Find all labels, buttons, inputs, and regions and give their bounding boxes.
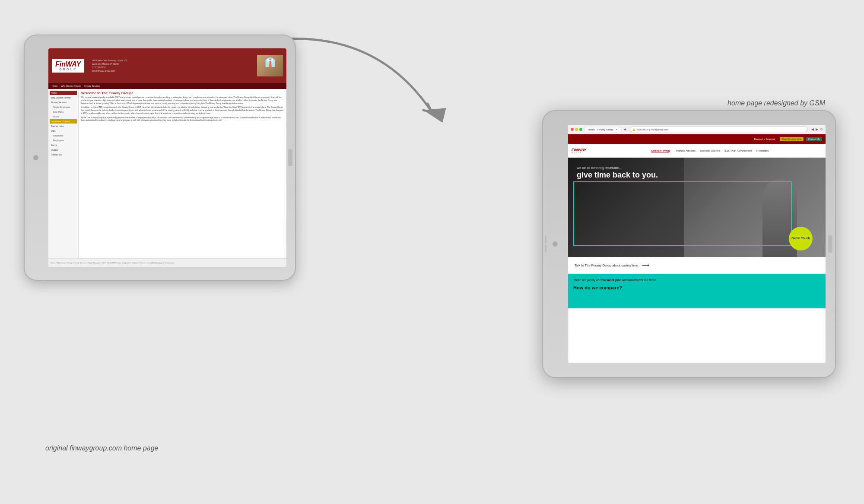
- nav-item-choose-finway[interactable]: Choose Finway: [651, 149, 670, 152]
- tablet-redesigned-camera: [553, 241, 558, 247]
- tablet-original-camera: [33, 155, 38, 160]
- tablet-redesigned-home-button[interactable]: [828, 235, 832, 253]
- new-topbar: Request a Proposal Plan Sponsor Link Con…: [568, 134, 826, 144]
- old-nav-home[interactable]: Home: [52, 85, 57, 87]
- old-body-para2: In addition to typical TPA competitive w…: [81, 106, 284, 115]
- browser-close-btn[interactable]: [571, 128, 574, 131]
- plan-sponsor-link-button[interactable]: Plan Sponsor Link: [780, 137, 804, 141]
- browser-tab-x[interactable]: ×: [616, 128, 617, 131]
- sidebar-item-partner[interactable]: Partner Links: [50, 124, 77, 128]
- sidebar-item-solo[interactable]: Solo Plans: [50, 110, 77, 114]
- sidebar-item-single[interactable]: Single Employers: [50, 105, 77, 109]
- browser-bar: Home - Finway Group × + 🔒 Not secure | f…: [568, 125, 826, 134]
- old-content: Welcome to The Finway Group! Our company…: [79, 89, 286, 258]
- hero-pre-heading: We can do something remarkable—: [577, 166, 658, 169]
- old-website: FinWAY GROUP 5625 Mills Civic Parkway • …: [48, 48, 286, 267]
- new-logo-sub: GROUP: [572, 151, 591, 153]
- browser-forward-icon[interactable]: ▶: [816, 127, 818, 131]
- tablet-redesigned-screen: Home - Finway Group × + 🔒 Not secure | f…: [568, 125, 826, 363]
- old-nav-bar: Home Why Choose Finway Finway Services: [48, 83, 286, 89]
- sidebar-item-forms[interactable]: Forms: [50, 143, 77, 147]
- old-logo-text: FinWAY: [55, 61, 81, 68]
- sidebar-item-employers[interactable]: Employers: [50, 133, 77, 138]
- label-original: original finwaygroup.com home page: [45, 444, 158, 452]
- nav-item-resources[interactable]: Resources: [756, 149, 769, 152]
- new-tab-button[interactable]: +: [624, 127, 626, 132]
- old-header-photo: [257, 55, 283, 76]
- old-nav-why[interactable]: Why Choose Finway: [61, 85, 81, 87]
- sidebar-item-quotes[interactable]: Quotes: [50, 148, 77, 152]
- sidebar-item-qa[interactable]: Q&A: [50, 129, 77, 133]
- new-nav: FINWAY GROUP Choose Finway Financial Adv…: [568, 144, 826, 158]
- old-main-heading: Welcome to The Finway Group!: [81, 91, 284, 95]
- old-contact-info: 5625 Mills Civic Parkway • Suite 101 Wes…: [92, 59, 127, 73]
- tablet-redesigned-body: Home - Finway Group × + 🔒 Not secure | f…: [542, 110, 836, 378]
- new-hero-section: We can do something remarkable— give tim…: [568, 158, 826, 257]
- nav-item-316[interactable]: 3(16) Plan Administrator: [724, 149, 752, 152]
- request-proposal-button[interactable]: Request a Proposal: [752, 137, 777, 141]
- volume-buttons: [545, 235, 546, 253]
- browser-window-controls: [571, 128, 582, 131]
- old-footer: Home | Why Choose Finway | Finway Servic…: [48, 258, 286, 267]
- sidebar-item-why-choose[interactable]: Why Choose Finway: [50, 95, 77, 100]
- hero-text-container: We can do something remarkable— give tim…: [577, 166, 658, 180]
- old-main-body: Our company was originally founded in 19…: [81, 96, 284, 105]
- sidebar-item-home[interactable]: Home: [50, 91, 77, 95]
- nav-item-financial-advisors[interactable]: Financial Advisors: [675, 149, 696, 152]
- hero-heading: give time back to you.: [577, 171, 658, 180]
- label-redesigned: home page redesigned by GSM: [727, 99, 825, 107]
- sidebar-item-contact[interactable]: Contact Us: [50, 152, 77, 157]
- browser-tab[interactable]: Home - Finway Group ×: [584, 127, 621, 132]
- bottom-text-1: There are plenty of retirement plan admi…: [573, 278, 820, 283]
- tablet-original: FinWAY GROUP 5625 Mills Civic Parkway • …: [24, 35, 296, 281]
- browser-url-bar[interactable]: 🔒 Not secure | finwaygroup.com: [630, 127, 808, 132]
- nav-item-business-owners[interactable]: Business Owners: [700, 149, 720, 152]
- new-subtext-talk: Talk to The Finway Group about saving ti…: [575, 263, 638, 267]
- old-body: Home Why Choose Finway Finway Services S…: [48, 89, 286, 258]
- tablet-redesigned: Home - Finway Group × + 🔒 Not secure | f…: [542, 110, 836, 378]
- new-nav-items: Choose Finway Financial Advisors Busines…: [598, 149, 822, 152]
- old-body-para3: While The Finway Group has significantly…: [81, 117, 284, 123]
- new-website: Home - Finway Group × + 🔒 Not secure | f…: [568, 125, 826, 363]
- old-logo-sub: GROUP: [59, 68, 77, 71]
- browser-maximize-btn[interactable]: [579, 128, 582, 131]
- browser-nav-icons: ◀ ▶ ↺: [811, 127, 823, 131]
- tablet-original-home-button[interactable]: [288, 149, 292, 166]
- tablet-original-screen: FinWAY GROUP 5625 Mills Civic Parkway • …: [48, 48, 286, 267]
- old-sidebar: Home Why Choose Finway Finway Services S…: [48, 89, 79, 258]
- browser-minimize-btn[interactable]: [575, 128, 578, 131]
- browser-back-icon[interactable]: ◀: [811, 127, 814, 131]
- volume-down[interactable]: [545, 245, 546, 253]
- sidebar-item-legislative[interactable]: Legislative Updates: [50, 119, 77, 124]
- get-in-touch-button[interactable]: Get in Touch: [789, 227, 813, 250]
- volume-up[interactable]: [545, 235, 546, 243]
- tablet-original-body: FinWAY GROUP 5625 Mills Civic Parkway • …: [24, 35, 296, 281]
- old-nav-services[interactable]: Finway Services: [84, 85, 100, 87]
- new-bottom-section: There are plenty of retirement plan admi…: [568, 274, 826, 308]
- sidebar-item-employees[interactable]: Employees: [50, 138, 77, 143]
- lock-icon: 🔒: [632, 128, 635, 131]
- arrow-right-icon: ⟶: [642, 262, 649, 268]
- browser-refresh-icon[interactable]: ↺: [820, 127, 823, 131]
- bottom-heading: How do we compare?: [573, 285, 820, 290]
- new-subtext-row: Talk to The Finway Group about saving ti…: [568, 257, 826, 274]
- contact-us-button[interactable]: Contact Us: [806, 137, 822, 141]
- sidebar-item-services[interactable]: Finway Services: [50, 100, 77, 105]
- url-text: Not secure | finwaygroup.com: [637, 128, 669, 131]
- sidebar-item-peo[interactable]: PEO's: [50, 114, 77, 119]
- old-website-header: FinWAY GROUP 5625 Mills Civic Parkway • …: [48, 48, 286, 83]
